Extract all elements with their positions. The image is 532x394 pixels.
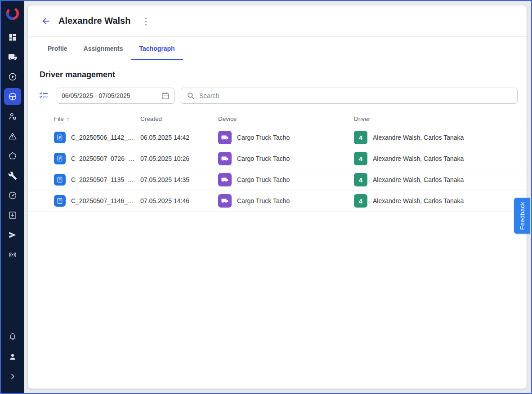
created-cell: 07.05.2025 10:26 — [140, 155, 218, 162]
sidebar-item-tachograph[interactable] — [4, 88, 21, 105]
device-name: Cargo Truck Tacho — [237, 197, 290, 204]
device-cell: Cargo Truck Tacho — [218, 194, 354, 208]
date-range-input[interactable] — [62, 92, 157, 99]
device-name: Cargo Truck Tacho — [237, 155, 290, 162]
app-logo[interactable] — [4, 4, 22, 22]
wrench-icon — [8, 171, 17, 180]
bell-icon — [8, 332, 17, 341]
driver-cell: 4 Alexandre Walsh, Carlos Tanaka — [354, 131, 521, 144]
column-settings-button[interactable] — [37, 89, 50, 102]
sidebar-item-alerts[interactable] — [4, 128, 21, 145]
detail-header: Alexandre Walsh ⋮ — [28, 5, 527, 37]
broadcast-icon — [8, 250, 17, 259]
search-icon — [187, 92, 195, 100]
file-cell: C_20250507_1135_… — [54, 174, 140, 186]
driver-person-icon — [8, 112, 17, 121]
sidebar-item-maintenance[interactable] — [4, 167, 21, 184]
tacho-device-icon — [218, 152, 232, 165]
tacho-device-icon — [218, 194, 232, 208]
logo-icon — [4, 5, 21, 22]
file-icon — [54, 174, 66, 186]
file-icon — [54, 132, 66, 143]
main-panel: Alexandre Walsh ⋮ Profile Assignments Ta… — [28, 5, 527, 389]
search-field[interactable] — [181, 88, 518, 104]
table-row[interactable]: C_20250507_1146_… 07.05.2025 14:46 Cargo… — [28, 190, 527, 212]
created-cell: 07.05.2025 14:46 — [140, 197, 218, 204]
calendar-icon[interactable] — [161, 92, 170, 100]
driver-count-badge: 4 — [354, 131, 367, 144]
download-box-icon — [8, 211, 17, 220]
gauge-icon — [8, 191, 17, 200]
created-cell: 06.05.2025 14:42 — [140, 134, 218, 141]
sidebar-item-dashboard[interactable] — [4, 29, 21, 46]
section-title: Driver management — [28, 60, 527, 87]
page-title: Alexandre Walsh — [58, 16, 130, 26]
app-window: Alexandre Walsh ⋮ Profile Assignments Ta… — [0, 0, 532, 394]
chevron-right-icon — [9, 372, 17, 381]
sidebar-item-downloads[interactable] — [4, 207, 21, 224]
sidebar-item-vehicles[interactable] — [4, 49, 21, 66]
device-cell: Cargo Truck Tacho — [218, 131, 354, 144]
created-cell: 07.05.2025 14:35 — [140, 176, 218, 183]
device-name: Cargo Truck Tacho — [237, 176, 290, 183]
warning-triangle-icon — [8, 132, 17, 141]
sidebar-item-connectivity[interactable] — [4, 246, 21, 263]
back-button[interactable] — [40, 15, 52, 27]
date-range-field[interactable] — [57, 88, 174, 104]
filter-row — [28, 87, 527, 111]
person-icon — [8, 352, 17, 361]
checklist-icon — [39, 91, 49, 101]
steering-wheel-icon — [8, 92, 17, 101]
sidebar-item-playback[interactable] — [4, 68, 21, 85]
driver-names: Alexandre Walsh, Carlos Tanaka — [373, 134, 464, 141]
file-icon — [54, 153, 66, 164]
file-cell: C_20250506_1142_… — [54, 132, 140, 143]
more-options-button[interactable]: ⋮ — [139, 16, 153, 27]
driver-cell: 4 Alexandre Walsh, Carlos Tanaka — [354, 194, 521, 208]
table-row[interactable]: C_20250507_0726_… 07.05.2025 10:26 Cargo… — [28, 148, 527, 169]
sidebar — [1, 1, 24, 393]
file-icon — [54, 195, 66, 207]
sort-asc-icon[interactable]: ↑ — [67, 115, 70, 122]
files-table: File ↑ Created Device Driver C_20250506_… — [28, 111, 527, 212]
file-name: C_20250507_1146_… — [71, 197, 134, 204]
driver-names: Alexandre Walsh, Carlos Tanaka — [373, 176, 464, 183]
driver-count-badge: 4 — [354, 173, 367, 186]
tab-assignments[interactable]: Assignments — [76, 37, 131, 60]
file-name: C_20250507_1135_… — [71, 176, 134, 183]
play-circle-icon — [8, 72, 17, 81]
tab-tachograph[interactable]: Tachograph — [131, 37, 183, 60]
feedback-label: Feedback — [519, 202, 526, 230]
file-cell: C_20250507_0726_… — [54, 153, 140, 164]
sidebar-item-gauge[interactable] — [4, 187, 21, 204]
sidebar-item-drivers[interactable] — [4, 108, 21, 125]
tab-profile[interactable]: Profile — [40, 37, 76, 60]
column-header-file[interactable]: File ↑ — [54, 115, 140, 122]
table-row[interactable]: C_20250507_1135_… 07.05.2025 14:35 Cargo… — [28, 169, 527, 190]
column-header-driver[interactable]: Driver — [354, 115, 521, 122]
file-name: C_20250506_1142_… — [71, 134, 134, 141]
dashboard-icon — [8, 33, 17, 42]
driver-count-badge: 4 — [354, 194, 367, 208]
sidebar-item-notifications[interactable] — [4, 328, 21, 345]
sidebar-item-geofences[interactable] — [4, 147, 21, 164]
column-header-device[interactable]: Device — [218, 115, 354, 122]
table-header-row: File ↑ Created Device Driver — [28, 111, 527, 127]
driver-count-badge: 4 — [354, 152, 367, 165]
driver-cell: 4 Alexandre Walsh, Carlos Tanaka — [354, 152, 521, 165]
file-name: C_20250507_0726_… — [71, 155, 134, 162]
sidebar-item-account[interactable] — [4, 348, 21, 365]
search-input[interactable] — [199, 92, 512, 99]
table-row[interactable]: C_20250506_1142_… 06.05.2025 14:42 Cargo… — [28, 127, 527, 148]
driver-names: Alexandre Walsh, Carlos Tanaka — [373, 197, 464, 204]
tacho-device-icon — [218, 173, 232, 186]
sidebar-expand-button[interactable] — [4, 368, 21, 385]
pentagon-icon — [8, 151, 17, 160]
driver-cell: 4 Alexandre Walsh, Carlos Tanaka — [354, 173, 521, 186]
device-cell: Cargo Truck Tacho — [218, 173, 354, 186]
sidebar-item-reports[interactable] — [4, 226, 21, 243]
column-header-created[interactable]: Created — [140, 115, 218, 122]
feedback-button[interactable]: Feedback — [514, 198, 530, 234]
file-cell: C_20250507_1146_… — [54, 195, 140, 207]
truck-icon — [8, 53, 17, 62]
